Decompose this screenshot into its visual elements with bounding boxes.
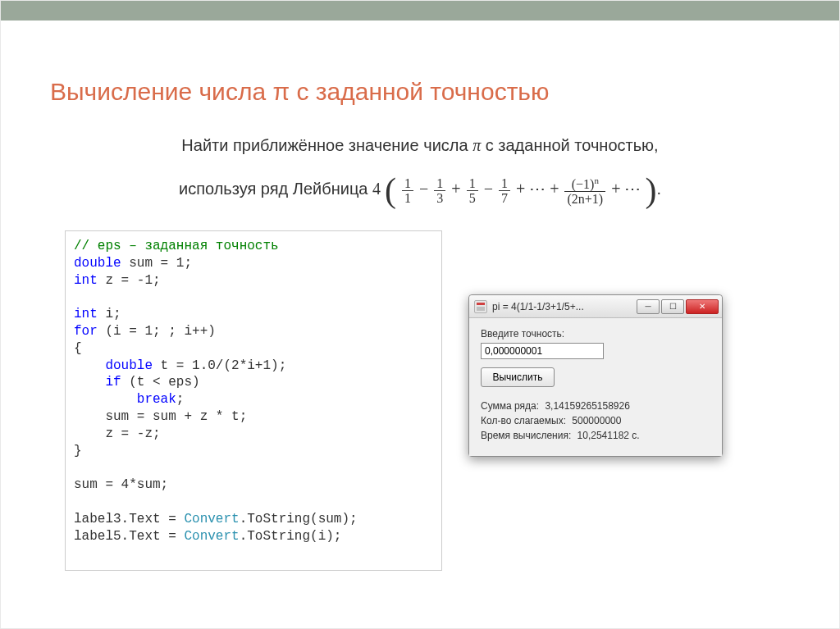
result-sum-label: Сумма ряда: [481, 400, 539, 412]
code-comment: // eps – заданная точность [74, 239, 279, 253]
code-block: // eps – заданная точность double sum = … [65, 230, 442, 571]
lparen-icon: ( [385, 171, 396, 209]
result-time-value: 10,2541182 с. [578, 430, 640, 441]
formula-tail: . [656, 180, 661, 198]
result-sum: Сумма ряда: 3,14159265158926 [481, 400, 710, 412]
result-count: Кол-во слагаемых: 500000000 [481, 415, 710, 426]
maximize-button[interactable]: ☐ [661, 299, 684, 314]
app-window: pi = 4(1/1-1/3+1/5+... ─ ☐ ✕ Введите точ… [468, 294, 723, 457]
page-title: Вычисление числа π с заданной точностью [50, 78, 839, 106]
result-count-value: 500000000 [572, 415, 621, 426]
calculate-button[interactable]: Вычислить [481, 367, 555, 387]
window-buttons: ─ ☐ ✕ [635, 299, 719, 314]
formula-four: 4 [372, 180, 381, 198]
result-sum-value: 3,14159265158926 [545, 400, 629, 412]
frac-general: (−1)n(2n+1) [564, 175, 605, 207]
frac-1-3: 13 [434, 176, 445, 206]
close-button[interactable]: ✕ [686, 299, 719, 314]
window-titlebar[interactable]: pi = 4(1/1-1/3+1/5+... ─ ☐ ✕ [469, 295, 722, 318]
frac-1-5: 15 [467, 176, 478, 206]
result-count-label: Кол-во слагаемых: [481, 415, 566, 426]
result-time-label: Время вычисления: [481, 430, 571, 441]
frac-1-1: 11 [402, 176, 413, 206]
precision-label: Введите точность: [481, 328, 710, 340]
subtitle-text-2: с заданной точностью, [481, 136, 658, 154]
top-bar [1, 1, 839, 21]
app-icon [474, 300, 487, 313]
subtitle: Найти приближённое значение числа π с за… [1, 130, 839, 222]
pi-symbol: π [472, 136, 481, 154]
window-title: pi = 4(1/1-1/3+1/5+... [492, 301, 630, 312]
frac-1-7: 17 [499, 176, 510, 206]
precision-input[interactable] [481, 343, 604, 359]
dots-2: ⋯ [624, 180, 641, 198]
slide: Вычисление числа π с заданной точностью … [0, 0, 840, 629]
leibniz-formula: 4 ( 11 − 13 + 15 − 17 + ⋯ + (−1)n(2n+1) … [372, 160, 656, 222]
result-time: Время вычисления: 10,2541182 с. [481, 430, 710, 441]
window-body: Введите точность: Вычислить Сумма ряда: … [469, 318, 722, 456]
rparen-icon: ) [645, 171, 656, 209]
subtitle-text-3: используя ряд Лейбница [179, 180, 372, 198]
dots-1: ⋯ [529, 180, 546, 198]
minimize-button[interactable]: ─ [637, 299, 660, 314]
subtitle-text-1: Найти приближённое значение числа [181, 136, 472, 154]
